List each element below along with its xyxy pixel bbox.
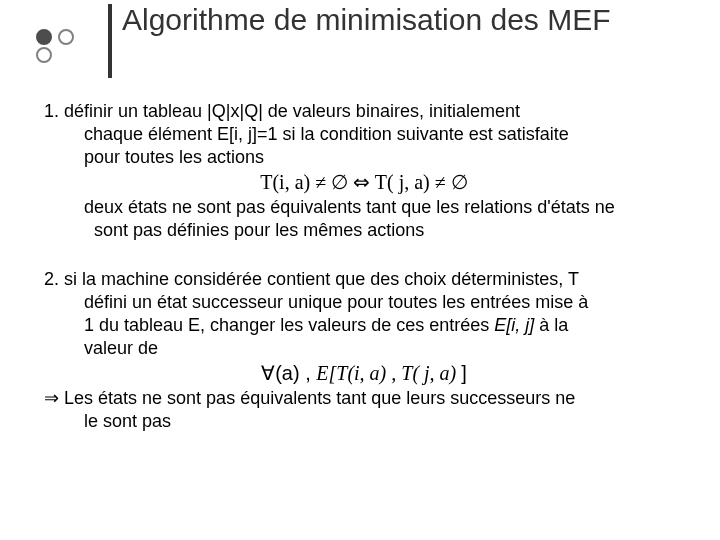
slide-title: Algorithme de minimisation des MEF: [122, 2, 682, 38]
bullet-dot-icon: [36, 29, 52, 45]
step-1-formula: T(i, a) ≠ ∅ ⇔ T( j, a) ≠ ∅: [44, 171, 684, 194]
bullet-ring-icon: [58, 29, 74, 45]
title-vertical-rule: [108, 4, 112, 78]
implies-icon: ⇒: [44, 388, 64, 408]
step-1: 1. définir un tableau |Q|x|Q| de valeurs…: [44, 100, 684, 242]
decorative-bullets: [36, 27, 96, 63]
bullet-ring-icon: [36, 47, 52, 63]
step-2-line2: défini un état successeur unique pour to…: [84, 292, 588, 312]
slide-body: 1. définir un tableau |Q|x|Q| de valeurs…: [44, 100, 684, 449]
step-2: 2. si la machine considérée contient que…: [44, 268, 684, 433]
step-2-line4: valeur de: [84, 338, 158, 358]
step-2-formula: ∀(a) , E[T(i, a) , T( j, a) ]: [44, 362, 684, 385]
step-2-line3: 1 du tableau E, changer les valeurs de c…: [84, 315, 568, 335]
step-2-conclusion: ⇒ Les états ne sont pas équivalents tant…: [44, 387, 684, 433]
step-1-line3: pour toutes les actions: [84, 147, 264, 167]
step-1-line2: chaque élément E[i, j]=1 si la condition…: [84, 124, 569, 144]
step-1-lead: 1. définir un tableau |Q|x|Q| de valeurs…: [44, 101, 520, 121]
step-1-expl2: sont pas définies pour les mêmes actions: [94, 220, 424, 240]
step-2-lead: 2. si la machine considérée contient que…: [44, 269, 579, 289]
step-1-expl1: deux états ne sont pas équivalents tant …: [84, 197, 615, 217]
